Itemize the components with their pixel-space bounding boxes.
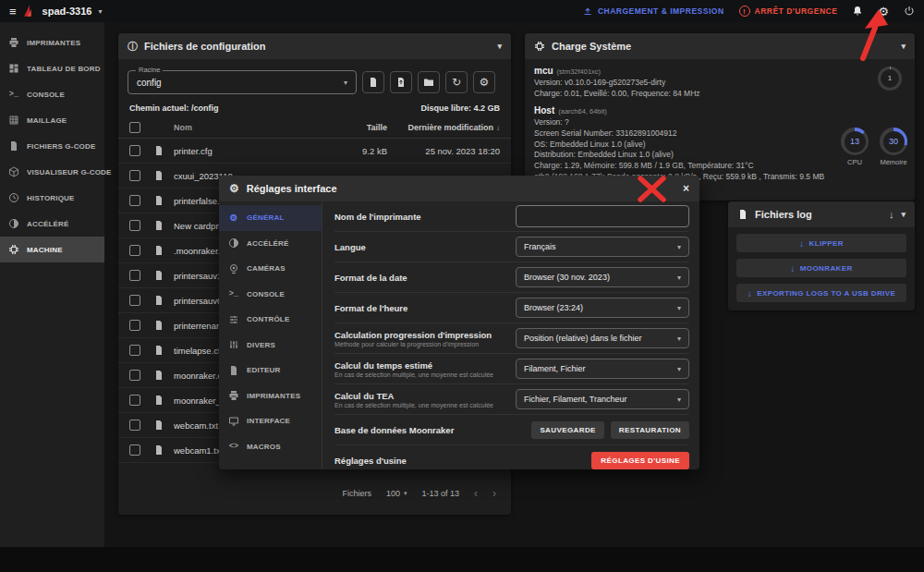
export-logs-usb-button[interactable]: ↓ EXPORTING LOGS TO A USB DRIVE: [736, 284, 906, 302]
upload-file-button[interactable]: [390, 71, 412, 93]
row-checkbox[interactable]: [129, 370, 140, 381]
mcu-chip: (stm32f401xc): [557, 67, 602, 76]
create-file-button[interactable]: [362, 71, 384, 93]
host-stat-line: Charge: 1.29, Mémoire: 599.8 MB / 1.9 GB…: [534, 161, 850, 172]
column-size[interactable]: Taille: [311, 123, 387, 132]
select-caret-icon: ▾: [677, 304, 681, 312]
console-icon: >_: [228, 289, 239, 298]
backup-button[interactable]: SAUVEGARDE: [531, 421, 603, 439]
sidebar-item-console[interactable]: >_ CONSOLE: [0, 81, 104, 107]
settings-tab-macros[interactable]: <> MACROS: [219, 434, 322, 460]
file-row[interactable]: printer.cfg 9.2 kB 25 nov. 2023 18:20: [118, 139, 511, 164]
settings-tab-general[interactable]: ⚙ GÉNÉRAL: [219, 205, 322, 231]
language-select[interactable]: Français ▾: [516, 237, 689, 257]
notifications-bell-icon[interactable]: [852, 6, 863, 17]
row-checkbox[interactable]: [129, 444, 140, 456]
row-checkbox[interactable]: [129, 395, 140, 406]
download-all-icon[interactable]: ↓: [889, 209, 894, 220]
row-checkbox[interactable]: [129, 345, 140, 356]
column-modified[interactable]: Dernière modification↓: [387, 123, 500, 132]
root-select[interactable]: Racine config ▾: [128, 70, 357, 94]
printer-name[interactable]: spad-3316: [43, 6, 92, 17]
row-checkbox[interactable]: [129, 170, 140, 181]
page-prev-icon[interactable]: ‹: [474, 487, 478, 500]
file-size: 9.2 kB: [311, 146, 387, 156]
dialog-title: Réglages interface: [247, 183, 337, 194]
column-name[interactable]: Nom: [174, 123, 311, 132]
row-checkbox[interactable]: [129, 295, 140, 306]
settings-tab-cameras[interactable]: CAMÉRAS: [219, 256, 322, 282]
printer-select-chevron-icon[interactable]: ▾: [98, 7, 102, 16]
collapse-chevron-icon[interactable]: ▾: [901, 210, 906, 219]
row-checkbox[interactable]: [129, 195, 140, 206]
row-checkbox[interactable]: [129, 145, 140, 156]
sidebar-item-imprimantes[interactable]: IMPRIMANTES: [0, 30, 104, 55]
settings-tab-controle[interactable]: CONTRÔLE: [219, 307, 322, 333]
settings-nav: ⚙ GÉNÉRAL ACCÉLÉRÉ CAMÉRAS >_ CONSOLE CO…: [219, 201, 322, 469]
time-format-select[interactable]: Browser (23:24) ▾: [516, 298, 689, 318]
restore-button[interactable]: RESTAURATION: [611, 421, 689, 439]
per-page-select[interactable]: 100 ▾: [386, 489, 407, 498]
sidebar-item-fichiers-gcode[interactable]: FICHIERS G-CODE: [0, 133, 104, 159]
select-all-checkbox[interactable]: [129, 122, 140, 133]
collapse-chevron-icon[interactable]: ▾: [497, 42, 502, 51]
download-moonraker-log-button[interactable]: ↓ MOONRAKER: [736, 259, 906, 277]
eta-calc-select[interactable]: Filament, Fichier ▾: [516, 359, 689, 379]
power-icon[interactable]: [904, 6, 915, 17]
console-icon: >_: [8, 90, 19, 99]
progress-calc-select[interactable]: Position (relative) dans le fichier ▾: [516, 328, 689, 348]
chip-icon: [534, 41, 545, 52]
cube-icon: [8, 166, 19, 177]
printer-icon: [8, 37, 19, 48]
sidebar-item-historique[interactable]: HISTORIQUE: [0, 185, 104, 211]
field-label: Nom de l'imprimante: [334, 212, 506, 222]
system-card-header: Charge Système ▾: [525, 33, 915, 59]
collapse-chevron-icon[interactable]: ▾: [901, 42, 906, 51]
interface-settings-dialog: ⚙ Réglages interface × ⚙ GÉNÉRAL ACCÉLÉR…: [219, 176, 699, 469]
file-settings-button[interactable]: ⚙: [473, 71, 495, 93]
mesh-grid-icon: [8, 115, 19, 126]
settings-tab-accelere[interactable]: ACCÉLÉRÉ: [219, 231, 322, 257]
settings-tab-imprimantes[interactable]: IMPRIMANTES: [219, 383, 322, 409]
timelapse-icon: [228, 237, 239, 249]
host-chip: (aarch64, 64bit): [558, 107, 607, 116]
close-icon[interactable]: ×: [683, 183, 689, 194]
factory-reset-button[interactable]: RÉGLAGES D'USINE: [591, 452, 689, 469]
create-folder-button[interactable]: [418, 71, 440, 93]
config-card-header: ⓘ Fichiers de configuration ▾: [118, 33, 511, 59]
row-checkbox[interactable]: [129, 320, 140, 331]
settings-tab-console[interactable]: >_ CONSOLE: [219, 282, 322, 308]
refresh-button[interactable]: ↻: [445, 71, 468, 93]
settings-tab-editeur[interactable]: EDITEUR: [219, 358, 322, 383]
settings-tab-divers[interactable]: DIVERS: [219, 333, 322, 359]
settings-form: Nom de l'imprimante Langue Français ▾ Fo…: [322, 201, 699, 469]
download-klipper-log-button[interactable]: ↓ KLIPPER: [736, 234, 906, 252]
sidebar-item-machine[interactable]: MACHINE: [0, 237, 104, 262]
root-select-value: config: [137, 78, 162, 88]
page-next-icon[interactable]: ›: [492, 487, 496, 500]
folder-plus-icon: [423, 77, 434, 88]
row-checkbox[interactable]: [129, 245, 140, 256]
sidebar-item-visualiseur-gcode[interactable]: VISUALISEUR G-CODE: [0, 159, 104, 185]
emergency-stop-button[interactable]: ! ARRÊT D'URGENCE: [739, 6, 838, 17]
tea-calc-select[interactable]: Fichier, Filament, Trancheur ▾: [516, 389, 689, 409]
config-card-title: Fichiers de configuration: [144, 41, 265, 52]
sidebar-item-maillage[interactable]: MAILLAGE: [0, 107, 104, 133]
menu-icon[interactable]: ≡: [9, 5, 17, 18]
field-hint: En cas de sélection multiple, une moyenn…: [334, 371, 506, 378]
date-format-select[interactable]: Browser (30 nov. 2023) ▾: [516, 267, 689, 287]
row-checkbox[interactable]: [129, 420, 140, 431]
row-checkbox[interactable]: [129, 220, 140, 231]
file-plus-icon: [368, 77, 379, 88]
form-row-moonraker-db: Base de données Moonraker SAUVEGARDE RES…: [334, 415, 689, 445]
monitor-icon: [228, 416, 239, 427]
settings-tab-interface[interactable]: INTERFACE: [219, 408, 322, 434]
field-label: Format de l'heure: [334, 303, 506, 313]
settings-gear-icon[interactable]: ⚙: [878, 5, 889, 18]
sidebar-item-accelere[interactable]: ACCÉLÉRÉ: [0, 211, 104, 237]
sidebar-item-tableau-de-bord[interactable]: TABLEAU DE BORD: [0, 55, 104, 81]
printer-name-input[interactable]: [516, 205, 689, 227]
upload-and-print-button[interactable]: CHARGEMENT & IMPRESSION: [582, 6, 724, 17]
field-label: Calcul du temps estimé: [334, 360, 506, 371]
row-checkbox[interactable]: [129, 270, 140, 281]
